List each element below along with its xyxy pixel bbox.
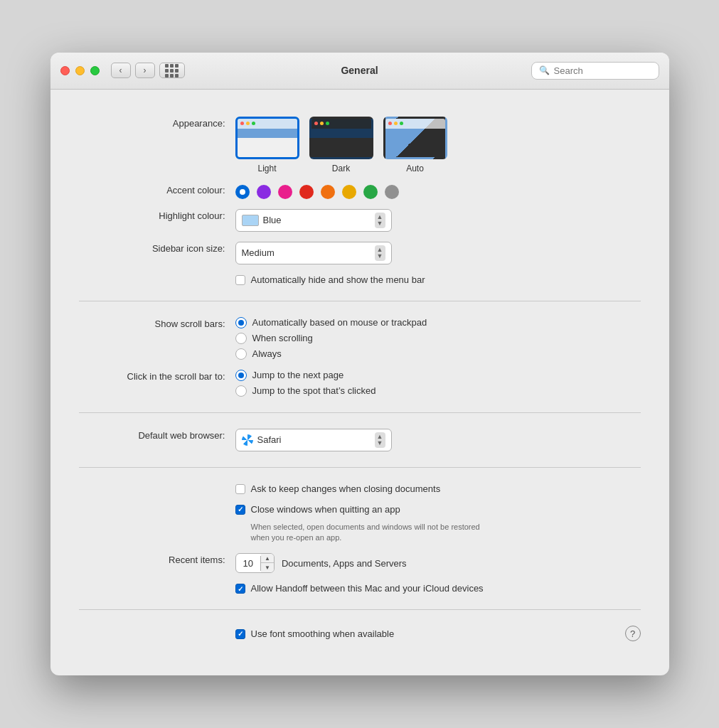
close-windows-label: [79, 504, 235, 505]
scroll-radio-auto[interactable]: Automatically based on mouse or trackpad: [235, 317, 641, 328]
scroll-radio-scrolling-btn[interactable]: [235, 333, 247, 344]
recent-items-suffix: Documents, Apps and Servers: [282, 558, 407, 569]
accent-yellow[interactable]: [342, 185, 356, 199]
font-smoothing-text: Use font smoothing when available: [251, 628, 395, 639]
menu-bar-row: Automatically hide and show the menu bar: [79, 274, 641, 285]
default-browser-label: Default web browser:: [79, 429, 235, 441]
appearance-auto[interactable]: Auto: [383, 117, 447, 173]
close-windows-checkbox-row: Close windows when quitting an app: [235, 504, 641, 515]
scroll-radio-scrolling[interactable]: When scrolling: [235, 333, 641, 344]
highlight-colour-value: Blue: [263, 215, 282, 225]
search-icon: 🔍: [539, 65, 550, 75]
close-button[interactable]: [60, 66, 70, 75]
browser-select-inner: Safari: [242, 434, 282, 446]
ask-keep-changes-checkbox-row: Ask to keep changes when closing documen…: [235, 483, 641, 494]
sidebar-icon-size-controls: Medium ▲ ▼: [235, 242, 641, 264]
browser-arrows: ▲ ▼: [375, 432, 385, 448]
forward-button[interactable]: ›: [135, 63, 155, 78]
appearance-dark-label: Dark: [332, 164, 350, 173]
click-spot-clicked-label: Jump to the spot that’s clicked: [252, 385, 376, 396]
sidebar-icon-size-select[interactable]: Medium ▲ ▼: [235, 242, 392, 264]
thumb-bar-auto: [385, 119, 445, 129]
ask-keep-changes-checkbox[interactable]: [235, 484, 245, 494]
search-box[interactable]: 🔍: [531, 62, 659, 80]
handoff-checkbox[interactable]: [235, 584, 245, 594]
close-windows-checkbox[interactable]: [235, 505, 245, 515]
window-title: General: [341, 65, 378, 76]
accent-orange[interactable]: [321, 185, 335, 199]
accent-pink[interactable]: [278, 185, 292, 199]
appearance-row: Appearance: Light: [79, 117, 641, 173]
nav-buttons: ‹ ›: [111, 63, 155, 78]
default-browser-select[interactable]: Safari ▲ ▼: [235, 429, 392, 451]
click-spot-clicked-radio[interactable]: [235, 385, 247, 397]
click-spot-clicked-row[interactable]: Jump to the spot that’s clicked: [235, 385, 641, 397]
ask-keep-changes-label: [79, 483, 235, 485]
highlight-colour-row: Highlight colour: Blue ▲ ▼: [79, 209, 641, 232]
thumb-bar-light: [238, 119, 297, 129]
scroll-always-label: Always: [252, 348, 282, 359]
handoff-text: Allow Handoff between this Mac and your …: [251, 583, 484, 594]
appearance-options: Light Dark: [235, 117, 641, 173]
system-preferences-window: ‹ › General 🔍 Appearance:: [50, 53, 669, 676]
click-next-page-radio[interactable]: [235, 370, 247, 381]
section-font: Use font smoothing when available ?: [79, 613, 641, 654]
accent-red[interactable]: [299, 185, 314, 199]
menu-bar-checkbox[interactable]: [235, 275, 245, 285]
font-smoothing-controls: Use font smoothing when available ?: [235, 626, 641, 641]
accent-purple[interactable]: [257, 185, 271, 199]
font-smoothing-checkbox-row: Use font smoothing when available: [235, 628, 625, 639]
show-scroll-bars-row: Show scroll bars: Automatically based on…: [79, 317, 641, 360]
appearance-thumb-dark[interactable]: [309, 117, 373, 159]
highlight-colour-label: Highlight colour:: [79, 209, 235, 221]
grid-view-button[interactable]: [159, 63, 185, 78]
highlight-arrows: ▲ ▼: [375, 213, 385, 228]
sidebar-size-inner: Medium: [242, 247, 275, 258]
recent-items-controls: 10 ▲ ▼ Documents, Apps and Servers: [235, 553, 641, 573]
divider-4: [79, 609, 641, 610]
default-browser-row: Default web browser: Safari ▲ ▼: [79, 429, 641, 451]
accent-colour-label: Accent colour:: [79, 183, 235, 196]
close-windows-row: Close windows when quitting an app When …: [79, 504, 641, 544]
highlight-colour-controls: Blue ▲ ▼: [235, 209, 641, 232]
sidebar-size-arrows: ▲ ▼: [375, 245, 385, 261]
help-button[interactable]: ?: [625, 626, 641, 641]
highlight-colour-select[interactable]: Blue ▲ ▼: [235, 209, 392, 232]
sidebar-icon-size-label: Sidebar icon size:: [79, 242, 235, 254]
traffic-lights: [60, 66, 100, 75]
accent-blue[interactable]: [235, 185, 250, 199]
click-next-page-row[interactable]: Jump to the next page: [235, 370, 641, 381]
appearance-auto-label: Auto: [406, 164, 424, 173]
menu-bar-checkbox-label: Automatically hide and show the menu bar: [251, 274, 425, 285]
scroll-radio-always[interactable]: Always: [235, 348, 641, 360]
recent-items-stepper[interactable]: 10 ▲ ▼: [235, 553, 275, 573]
minimize-button[interactable]: [75, 66, 85, 75]
appearance-label: Appearance:: [79, 117, 235, 129]
scroll-radio-always-btn[interactable]: [235, 348, 247, 360]
accent-colors: [235, 183, 641, 199]
stepper-down[interactable]: ▼: [261, 563, 274, 572]
show-scroll-bars-controls: Automatically based on mouse or trackpad…: [235, 317, 641, 360]
menu-bar-controls: Automatically hide and show the menu bar: [235, 274, 641, 285]
accent-green[interactable]: [363, 185, 378, 199]
search-input[interactable]: [554, 65, 651, 76]
recent-items-label: Recent items:: [79, 553, 235, 565]
ask-keep-changes-text: Ask to keep changes when closing documen…: [251, 483, 441, 494]
handoff-checkbox-row: Allow Handoff between this Mac and your …: [235, 583, 641, 594]
scroll-radio-auto-btn[interactable]: [235, 317, 247, 328]
font-smoothing-checkbox[interactable]: [235, 629, 245, 639]
back-button[interactable]: ‹: [111, 63, 131, 78]
appearance-thumb-auto[interactable]: [383, 117, 447, 159]
handoff-row: Allow Handoff between this Mac and your …: [79, 583, 641, 594]
highlight-colour-inner: Blue: [242, 215, 282, 226]
accent-graphite[interactable]: [385, 185, 399, 199]
appearance-light[interactable]: Light: [235, 117, 299, 173]
appearance-dark[interactable]: Dark: [309, 117, 373, 173]
divider-2: [79, 412, 641, 413]
appearance-thumb-light[interactable]: [235, 117, 299, 159]
ask-keep-changes-controls: Ask to keep changes when closing documen…: [235, 483, 641, 494]
safari-icon: [242, 434, 253, 446]
click-next-page-label: Jump to the next page: [252, 370, 344, 380]
stepper-up[interactable]: ▲: [261, 554, 274, 563]
maximize-button[interactable]: [90, 66, 100, 75]
